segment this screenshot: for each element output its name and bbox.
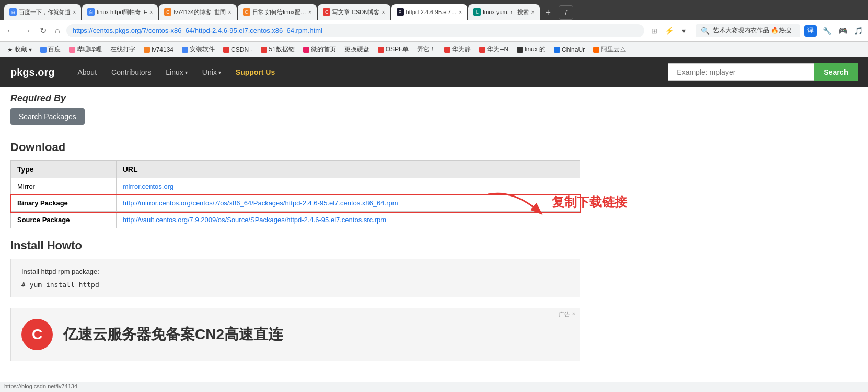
- bookmark-huawei2[interactable]: 华为--N: [476, 44, 512, 55]
- nav-linux-dropdown[interactable]: Linux ▾: [158, 59, 194, 86]
- tab-close-4[interactable]: ×: [308, 9, 311, 15]
- tab-title-1: 百度一下，你就知道: [19, 8, 71, 16]
- bookmarks-folder[interactable]: ★ 收藏 ▾: [4, 44, 35, 55]
- bookmark-lv[interactable]: lv74134: [141, 45, 177, 54]
- bookmark-play[interactable]: 弄它！: [414, 44, 439, 55]
- tab-title-2: linux httpd阿帕奇_E: [97, 8, 147, 16]
- bookmark-aliyun[interactable]: 阿里云△: [590, 44, 629, 55]
- bookmark-typing[interactable]: 在线打字: [107, 44, 138, 55]
- bm-favicon-lv: [144, 47, 150, 53]
- ad-close-button[interactable]: ×: [572, 310, 575, 318]
- tab-6-active[interactable]: P httpd-2.4.6-95.el7… ×: [391, 4, 468, 20]
- nav-search-input[interactable]: [668, 63, 814, 81]
- tab-1[interactable]: 百 百度一下，你就知道 ×: [4, 4, 81, 20]
- bookmark-label-huawei2: 华为--N: [487, 45, 508, 54]
- extension-icon-2[interactable]: 🎮: [837, 25, 848, 37]
- bm-favicon-ospf: [378, 47, 384, 53]
- bookmark-bilibili[interactable]: 哔哩哔哩: [66, 44, 105, 55]
- bm-favicon-baidu: [40, 47, 47, 53]
- bm-favicon-weibo: [303, 47, 309, 53]
- bookmark-csdn[interactable]: CSDN -: [220, 45, 256, 54]
- tab-title-6: httpd-2.4.6-95.el7…: [406, 9, 457, 15]
- bm-favicon-csdn: [223, 47, 229, 53]
- bookmark-label-install: 安装软件: [190, 45, 215, 54]
- install-section-title: Install Howto: [10, 239, 617, 252]
- search-packages-button[interactable]: Search Packages: [10, 108, 85, 125]
- browser-chrome: 百 百度一下，你就知道 × 百 linux httpd阿帕奇_E × C lv7…: [0, 0, 868, 57]
- nav-about[interactable]: About: [70, 59, 104, 86]
- bookmark-label-play: 弄它！: [417, 45, 436, 54]
- bookmark-51[interactable]: 51数据链: [258, 44, 297, 55]
- chevron-icon: ▾: [29, 46, 32, 53]
- tab-close-6[interactable]: ×: [459, 9, 462, 15]
- bookmark-install[interactable]: 安装软件: [179, 44, 218, 55]
- tab-favicon-1: 百: [9, 8, 17, 16]
- install-howto-box: Install httpd rpm package: # yum install…: [10, 259, 580, 297]
- binary-url-link[interactable]: http://mirror.centos.org/centos/7/os/x86…: [123, 199, 398, 207]
- forward-button[interactable]: →: [21, 24, 33, 38]
- tab-close-2[interactable]: ×: [149, 9, 153, 15]
- bookmark-china[interactable]: ChinaUr: [551, 45, 588, 54]
- new-tab-button[interactable]: +: [541, 5, 555, 20]
- install-command: # yum install httpd: [21, 281, 569, 289]
- site-navigation: pkgs.org About Contributors Linux ▾ Unix…: [0, 57, 868, 87]
- bookmark-label-lv: lv74134: [152, 46, 173, 53]
- bookmark-label-bilibili: 哔哩哔哩: [77, 45, 102, 54]
- bookmark-label-weibo: 微的首页: [311, 45, 336, 54]
- nav-support-us[interactable]: Support Us: [228, 59, 282, 86]
- bookmark-ospf[interactable]: OSPF单: [375, 44, 412, 55]
- site-logo[interactable]: pkgs.org: [10, 66, 54, 78]
- bookmark-label-csdn: CSDN -: [231, 46, 252, 53]
- bookmark-weibo[interactable]: 微的首页: [300, 44, 339, 55]
- tab-close-7[interactable]: ×: [531, 9, 534, 15]
- bm-favicon-huawei2: [479, 47, 485, 53]
- bm-favicon-linux: [517, 47, 523, 53]
- tab-count-badge[interactable]: 7: [559, 5, 573, 20]
- bookmark-label-disk: 更换硬盘: [344, 45, 369, 54]
- tab-close-5[interactable]: ×: [381, 9, 385, 15]
- table-header-type: Type: [11, 161, 117, 178]
- address-bar-icons: ⊞ ⚡ ▾: [649, 25, 689, 37]
- tab-favicon-6: P: [397, 8, 404, 16]
- ad-area: 广告 × C 亿速云服务器免备案CN2高速直连: [10, 308, 580, 361]
- lightning-icon[interactable]: ⚡: [663, 25, 675, 37]
- extension-icon-1[interactable]: 🔧: [821, 25, 832, 37]
- bookmark-baidu[interactable]: 百度: [37, 44, 64, 55]
- tab-close-1[interactable]: ×: [73, 9, 76, 15]
- tab-close-3[interactable]: ×: [228, 9, 231, 15]
- extension-icon-3[interactable]: 🎵: [852, 25, 864, 37]
- nav-search-button[interactable]: Search: [814, 63, 858, 81]
- tab-2[interactable]: 百 linux httpd阿帕奇_E ×: [82, 4, 158, 20]
- address-input[interactable]: [66, 24, 644, 37]
- bookmark-label-aliyun: 阿里云△: [601, 45, 626, 54]
- source-url-link[interactable]: http://vault.centos.org/7.9.2009/os/Sour…: [123, 216, 386, 224]
- install-description: Install httpd rpm package:: [21, 268, 569, 275]
- tab-title-4: 日常-如何给linux配…: [252, 8, 306, 16]
- tab-title-7: linux yum, r - 搜索: [483, 8, 529, 16]
- bookmark-linux[interactable]: linux 的: [514, 44, 549, 55]
- reload-button[interactable]: ↻: [38, 24, 49, 38]
- translate-icon[interactable]: 译: [804, 25, 817, 37]
- nav-unix-dropdown[interactable]: Unix ▾: [195, 59, 228, 86]
- ad-title-text: 亿速云服务器免备案CN2高速直连: [63, 325, 283, 344]
- bookmark-disk[interactable]: 更换硬盘: [341, 44, 373, 55]
- bookmark-label-huawei1: 华为静: [452, 45, 471, 54]
- bm-favicon-aliyun: [593, 47, 599, 53]
- grid-icon[interactable]: ⊞: [649, 25, 660, 37]
- tab-favicon-4: C: [243, 8, 250, 16]
- linux-dropdown-arrow: ▾: [185, 70, 188, 75]
- bookmark-huawei1[interactable]: 华为静: [441, 44, 474, 55]
- tab-4[interactable]: C 日常-如何给linux配… ×: [238, 4, 317, 20]
- tab-5[interactable]: C 写文章-CSDN博客 ×: [318, 4, 390, 20]
- bm-favicon-51: [261, 47, 267, 53]
- nav-contributors[interactable]: Contributors: [104, 59, 158, 86]
- tab-7[interactable]: L linux yum, r - 搜索 ×: [468, 4, 539, 20]
- chevron-down-icon[interactable]: ▾: [678, 25, 689, 37]
- tab-favicon-3: C: [164, 8, 171, 16]
- tab-3[interactable]: C lv74134的博客_世間 ×: [159, 4, 236, 20]
- mirror-url-link[interactable]: mirror.centos.org: [123, 182, 174, 190]
- bm-favicon-china: [554, 47, 560, 53]
- home-button[interactable]: ⌂: [53, 24, 62, 38]
- tab-bar: 百 百度一下，你就知道 × 百 linux httpd阿帕奇_E × C lv7…: [0, 0, 868, 20]
- back-button[interactable]: ←: [4, 24, 17, 38]
